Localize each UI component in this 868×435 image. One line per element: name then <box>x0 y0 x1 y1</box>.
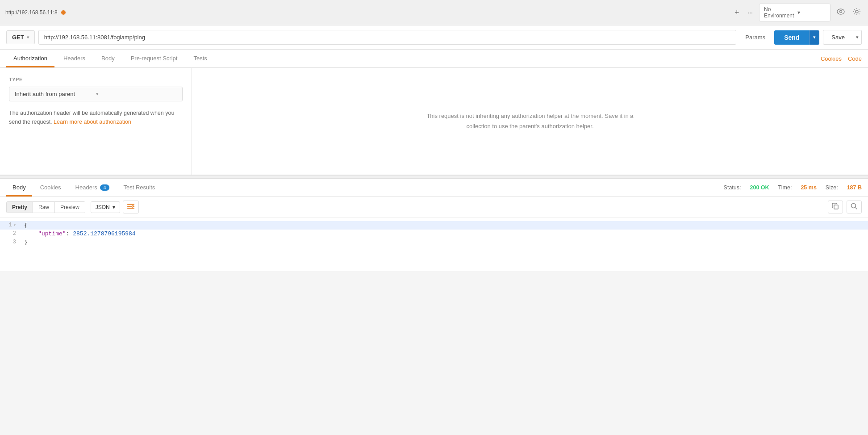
send-button-group: Send ▾ <box>774 30 819 45</box>
svg-point-2 <box>855 10 858 13</box>
response-toolbar: Pretty Raw Preview JSON ▾ <box>0 197 868 218</box>
size-label: Size: <box>826 184 838 191</box>
active-tab: http://192.168.56.11:8 <box>5 9 728 16</box>
tab-right-links: Cookies Code <box>821 50 862 67</box>
resp-tab-testresults[interactable]: Test Results <box>117 179 162 197</box>
format-button-group: Pretty Raw Preview <box>6 201 85 213</box>
tab-url-label: http://192.168.56.11:8 <box>5 9 58 16</box>
raw-button[interactable]: Raw <box>33 202 55 213</box>
top-bar: http://192.168.56.11:8 + ··· No Environm… <box>0 0 868 25</box>
open-brace: { <box>24 222 28 229</box>
auth-left-panel: TYPE Inherit auth from parent ▾ The auth… <box>0 68 192 175</box>
language-selector[interactable]: JSON ▾ <box>91 201 120 213</box>
collapse-arrow-icon[interactable]: ▾ <box>13 222 16 228</box>
size-value: 187 B <box>847 184 862 191</box>
tab-prerequest[interactable]: Pre-request Script <box>124 50 185 67</box>
code-link[interactable]: Code <box>848 50 862 67</box>
auth-description: The authorization header will be automat… <box>9 109 183 126</box>
svg-line-8 <box>855 208 857 209</box>
time-value: 25 ms <box>801 184 816 191</box>
line-number-3: 3 <box>13 239 16 245</box>
status-value: 200 OK <box>750 184 769 191</box>
toolbar-right-actions <box>828 201 862 213</box>
send-dropdown-button[interactable]: ▾ <box>809 30 819 45</box>
env-chevron-icon: ▾ <box>797 9 826 16</box>
tab-headers[interactable]: Headers <box>56 50 92 67</box>
pretty-button[interactable]: Pretty <box>7 202 33 213</box>
lang-chevron-icon: ▾ <box>113 204 115 210</box>
resp-tab-cookies[interactable]: Cookies <box>34 179 67 197</box>
close-brace: } <box>24 239 28 246</box>
auth-type-selector[interactable]: Inherit auth from parent ▾ <box>9 87 183 101</box>
svg-point-1 <box>840 11 842 13</box>
headers-badge: 4 <box>100 184 109 191</box>
tab-tests[interactable]: Tests <box>186 50 214 67</box>
time-label: Time: <box>778 184 792 191</box>
auth-right-panel: This request is not inheriting any autho… <box>192 68 868 175</box>
line-number-2: 2 <box>13 230 16 237</box>
learn-more-link[interactable]: Learn more about authorization <box>54 119 131 125</box>
url-input[interactable] <box>38 30 737 45</box>
resp-tab-body[interactable]: Body <box>6 179 32 197</box>
top-right-controls: No Environment ▾ <box>759 4 863 21</box>
params-button[interactable]: Params <box>740 31 771 44</box>
tab-body[interactable]: Body <box>94 50 122 67</box>
lang-label: JSON <box>96 204 110 210</box>
auth-helper-message: This request is not inheriting any autho… <box>418 111 642 131</box>
type-label: TYPE <box>9 77 183 82</box>
auth-panel: TYPE Inherit auth from parent ▾ The auth… <box>0 68 868 175</box>
code-line-3: 3 } <box>0 238 868 247</box>
more-tabs-button[interactable]: ··· <box>745 8 755 17</box>
request-tabs: Authorization Headers Body Pre-request S… <box>0 50 868 68</box>
settings-icon[interactable] <box>851 6 863 19</box>
status-label: Status: <box>724 184 741 191</box>
method-selector[interactable]: GET ▾ <box>6 30 35 44</box>
json-key-uptime: "uptime" <box>38 230 66 237</box>
preview-button[interactable]: Preview <box>55 202 85 213</box>
eye-icon[interactable] <box>835 7 847 18</box>
auth-type-chevron-icon: ▾ <box>96 91 177 97</box>
save-button[interactable]: Save <box>823 30 853 45</box>
response-tabs: Body Cookies Headers 4 Test Results Stat… <box>0 179 868 197</box>
line-number-1: 1 <box>9 222 12 228</box>
request-bar: GET ▾ Params Send ▾ Save ▾ <box>0 25 868 50</box>
resp-tab-headers[interactable]: Headers 4 <box>69 179 116 197</box>
svg-point-7 <box>851 204 856 208</box>
save-button-group: Save ▾ <box>823 30 862 45</box>
response-status-info: Status: 200 OK Time: 25 ms Size: 187 B <box>724 184 862 191</box>
copy-button[interactable] <box>828 201 843 213</box>
svg-rect-6 <box>834 205 838 209</box>
add-tab-button[interactable]: + <box>731 7 742 18</box>
svg-point-0 <box>837 9 844 14</box>
send-button[interactable]: Send <box>774 30 809 45</box>
save-dropdown-button[interactable]: ▾ <box>853 30 862 45</box>
section-divider <box>0 175 868 179</box>
code-line-1: 1 ▾ { <box>0 221 868 230</box>
wrap-button[interactable] <box>123 201 139 213</box>
cookies-link[interactable]: Cookies <box>821 50 842 67</box>
code-line-2: 2 "uptime": 2852.1278796195984 <box>0 230 868 238</box>
method-label: GET <box>12 34 24 41</box>
auth-type-value: Inherit auth from parent <box>15 91 96 97</box>
env-label: No Environment <box>764 6 794 19</box>
tab-actions: + ··· <box>731 7 755 18</box>
tab-status-dot <box>61 10 66 15</box>
method-chevron-icon: ▾ <box>27 35 29 40</box>
tab-authorization[interactable]: Authorization <box>6 50 54 67</box>
search-button[interactable] <box>847 201 862 213</box>
environment-selector[interactable]: No Environment ▾ <box>759 4 830 21</box>
json-value-uptime: 2852.1278796195984 <box>73 230 135 237</box>
response-body: 1 ▾ { 2 "uptime": 2852.1278796195984 3 } <box>0 218 868 271</box>
